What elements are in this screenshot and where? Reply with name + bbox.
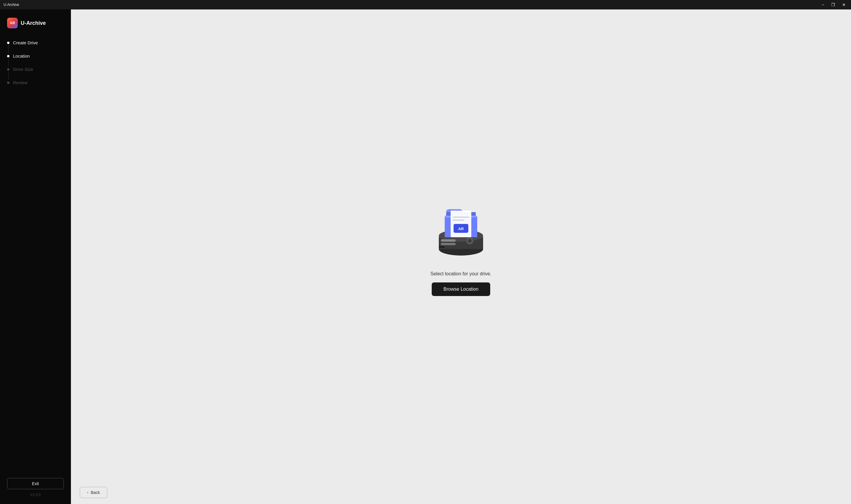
chevron-left-icon: ‹ — [87, 490, 88, 494]
svg-rect-7 — [439, 246, 445, 248]
nav-label-location: Location — [13, 53, 30, 58]
app-title: U-Archive — [3, 3, 19, 7]
main-content: AR Select location for your drive. Brows… — [71, 10, 851, 504]
svg-text:AR: AR — [458, 227, 464, 231]
sidebar: AR U-Archive Create Drive Location Drive… — [0, 10, 71, 504]
sidebar-nav: Create Drive Location Drive Size Review — [0, 40, 71, 471]
minimize-button[interactable]: − — [820, 2, 826, 7]
app-logo-icon: AR — [7, 18, 18, 29]
svg-rect-4 — [441, 243, 456, 245]
svg-rect-10 — [453, 217, 469, 218]
sidebar-item-review[interactable]: Review — [7, 80, 64, 85]
sidebar-item-drive-size[interactable]: Drive Size — [7, 67, 64, 72]
nav-connector-1 — [8, 45, 8, 53]
version-text: V1.0.0 — [31, 493, 41, 497]
drive-svg: AR — [429, 194, 493, 259]
maximize-button[interactable]: ❐ — [829, 2, 837, 7]
title-bar-controls: − ❐ ✕ — [820, 2, 848, 7]
svg-point-6 — [468, 239, 472, 242]
svg-rect-11 — [453, 219, 465, 221]
logo-initials: AR — [10, 21, 15, 25]
nav-label-drive-size: Drive Size — [13, 67, 33, 72]
nav-label-create-drive: Create Drive — [13, 40, 38, 45]
svg-rect-3 — [441, 239, 456, 242]
nav-connector-3 — [8, 72, 8, 80]
close-button[interactable]: ✕ — [840, 2, 848, 7]
title-bar: U-Archive − ❐ ✕ — [0, 0, 851, 10]
content-area: AR Select location for your drive. Brows… — [71, 10, 851, 481]
logo-text: U-Archive — [21, 20, 46, 26]
nav-dot-review — [7, 82, 10, 84]
sidebar-logo: AR U-Archive — [0, 10, 71, 40]
sidebar-footer: Exit V1.0.0 — [0, 471, 71, 504]
exit-button[interactable]: Exit — [7, 478, 64, 489]
sidebar-item-location[interactable]: Location — [7, 53, 64, 58]
title-bar-title: U-Archive — [3, 3, 19, 7]
app-container: AR U-Archive Create Drive Location Drive… — [0, 10, 851, 504]
nav-dot-drive-size — [7, 68, 10, 71]
nav-dot-create-drive — [7, 42, 10, 44]
bottom-bar: ‹ Back — [71, 481, 851, 504]
drive-illustration: AR — [429, 194, 493, 259]
nav-connector-2 — [8, 58, 8, 67]
nav-dot-location — [7, 55, 10, 57]
back-label: Back — [91, 490, 100, 495]
back-button[interactable]: ‹ Back — [80, 487, 107, 498]
sidebar-item-create-drive[interactable]: Create Drive — [7, 40, 64, 45]
nav-label-review: Review — [13, 80, 28, 85]
browse-location-button[interactable]: Browse Location — [432, 283, 490, 296]
select-location-text: Select location for your drive. — [431, 271, 491, 276]
